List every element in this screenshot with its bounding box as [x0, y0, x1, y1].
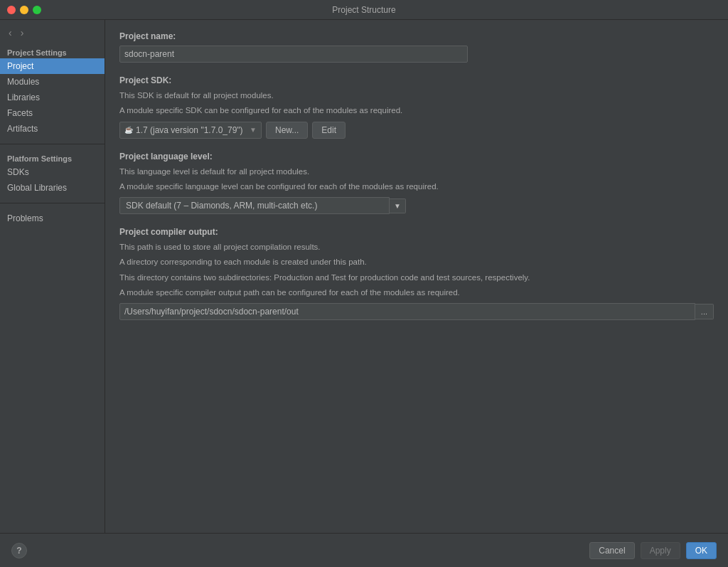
platform-settings-label: Platform Settings	[0, 152, 105, 164]
project-language-section: Project language level: This language le…	[119, 152, 714, 215]
sdk-new-button[interactable]: New...	[266, 122, 308, 139]
sidebar-divider	[0, 144, 105, 144]
project-sdk-label: Project SDK:	[119, 75, 714, 85]
sidebar-item-libraries-label: Libraries	[7, 92, 40, 102]
sidebar-item-project[interactable]: Project	[0, 58, 105, 74]
sidebar-item-facets-label: Facets	[7, 108, 33, 118]
nav-back-forward: ‹ ›	[0, 26, 105, 46]
window-title: Project Structure	[332, 5, 395, 15]
project-name-input[interactable]	[119, 46, 468, 63]
project-compiler-desc1: This path is used to store all project c…	[119, 241, 714, 253]
project-compiler-desc3: This directory contains two subdirectori…	[119, 272, 714, 284]
sidebar-spacer	[0, 137, 105, 141]
forward-button[interactable]: ›	[18, 26, 27, 40]
sidebar-spacer3	[0, 196, 105, 200]
content-area: Project name: Project SDK: This SDK is d…	[105, 20, 728, 533]
project-sdk-desc2: A module specific SDK can be configured …	[119, 105, 714, 117]
project-compiler-label: Project compiler output:	[119, 227, 714, 237]
sidebar-item-artifacts[interactable]: Artifacts	[0, 121, 105, 137]
titlebar: Project Structure	[0, 0, 728, 20]
project-compiler-section: Project compiler output: This path is us…	[119, 227, 714, 320]
project-sdk-section: Project SDK: This SDK is default for all…	[119, 75, 714, 139]
compiler-output-browse-button[interactable]: ...	[695, 304, 714, 319]
sdk-row: ☕ 1.7 (java version "1.7.0_79") ▼ New...…	[119, 122, 714, 139]
sidebar-item-libraries[interactable]: Libraries	[0, 90, 105, 105]
main-container: ‹ › Project Settings Project Modules Lib…	[0, 20, 728, 533]
sidebar-item-project-label: Project	[7, 61, 33, 71]
project-name-label: Project name:	[119, 31, 714, 41]
language-select[interactable]: SDK default (7 – Diamonds, ARM, multi-ca…	[119, 197, 390, 214]
sdk-dropdown-arrow: ▼	[250, 126, 257, 134]
sidebar-item-facets[interactable]: Facets	[0, 105, 105, 121]
sidebar-item-global-libraries-label: Global Libraries	[7, 183, 67, 193]
project-name-section: Project name:	[119, 31, 714, 63]
sidebar-item-sdks-label: SDKs	[7, 167, 29, 177]
ok-button[interactable]: OK	[686, 542, 717, 559]
help-button[interactable]: ?	[11, 543, 27, 558]
java-icon: ☕	[124, 126, 133, 134]
back-button[interactable]: ‹	[6, 26, 15, 40]
sidebar-item-global-libraries[interactable]: Global Libraries	[0, 180, 105, 196]
compiler-output-row: ...	[119, 303, 714, 320]
titlebar-buttons	[7, 6, 41, 14]
sidebar-item-problems[interactable]: Problems	[0, 211, 105, 226]
bottom-left: ?	[11, 543, 27, 558]
bottom-bar: ? Cancel Apply OK	[0, 533, 728, 567]
project-compiler-desc2: A directory corresponding to each module…	[119, 256, 714, 268]
language-select-row: SDK default (7 – Diamonds, ARM, multi-ca…	[119, 197, 714, 214]
sdk-select[interactable]: ☕ 1.7 (java version "1.7.0_79") ▼	[119, 122, 262, 139]
minimize-button[interactable]	[20, 6, 28, 14]
sidebar-item-artifacts-label: Artifacts	[7, 124, 38, 134]
apply-button[interactable]: Apply	[641, 542, 680, 559]
sidebar-item-sdks[interactable]: SDKs	[0, 164, 105, 180]
sidebar-item-modules-label: Modules	[7, 77, 39, 87]
sidebar-divider2	[0, 203, 105, 203]
project-language-desc2: A module specific language level can be …	[119, 181, 714, 193]
sidebar: ‹ › Project Settings Project Modules Lib…	[0, 20, 105, 533]
language-value: SDK default (7 – Diamonds, ARM, multi-ca…	[126, 201, 317, 211]
project-language-label: Project language level:	[119, 152, 714, 161]
sidebar-item-modules[interactable]: Modules	[0, 74, 105, 90]
language-dropdown-button[interactable]: ▼	[390, 198, 406, 213]
sidebar-item-problems-label: Problems	[7, 213, 43, 223]
maximize-button[interactable]	[33, 6, 41, 14]
compiler-output-input[interactable]	[119, 303, 695, 320]
project-settings-label: Project Settings	[0, 46, 105, 58]
project-language-desc1: This language level is default for all p…	[119, 166, 714, 178]
project-sdk-desc1: This SDK is default for all project modu…	[119, 90, 714, 102]
cancel-button[interactable]: Cancel	[589, 542, 634, 559]
sdk-edit-button[interactable]: Edit	[312, 122, 346, 139]
sdk-value: 1.7 (java version "1.7.0_79")	[136, 125, 243, 135]
close-button[interactable]	[7, 6, 16, 14]
project-compiler-desc4: A module specific compiler output path c…	[119, 287, 714, 299]
